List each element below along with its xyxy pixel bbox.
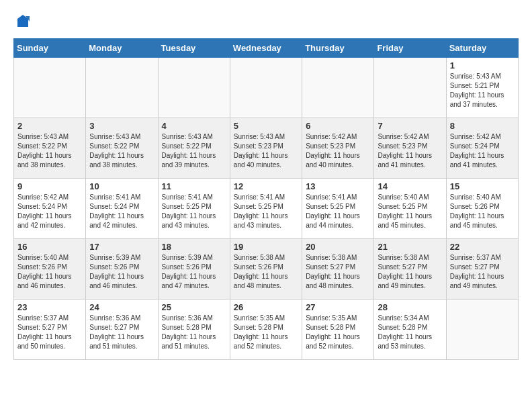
col-header-saturday: Saturday bbox=[446, 39, 518, 58]
day-number: 28 bbox=[378, 302, 442, 312]
calendar-cell: 11Sunrise: 5:41 AM Sunset: 5:25 PM Dayli… bbox=[158, 179, 230, 239]
calendar-cell: 14Sunrise: 5:40 AM Sunset: 5:25 PM Dayli… bbox=[374, 179, 446, 239]
day-number: 18 bbox=[162, 242, 226, 252]
logo bbox=[13, 13, 31, 33]
col-header-sunday: Sunday bbox=[14, 39, 86, 58]
calendar-cell: 20Sunrise: 5:38 AM Sunset: 5:27 PM Dayli… bbox=[302, 239, 374, 300]
week-row-3: 9Sunrise: 5:42 AM Sunset: 5:24 PM Daylig… bbox=[14, 179, 519, 239]
day-info: Sunrise: 5:39 AM Sunset: 5:26 PM Dayligh… bbox=[89, 253, 154, 291]
day-number: 22 bbox=[450, 242, 515, 252]
day-number: 23 bbox=[17, 302, 82, 312]
calendar-cell: 15Sunrise: 5:40 AM Sunset: 5:26 PM Dayli… bbox=[446, 179, 518, 239]
day-number: 3 bbox=[89, 121, 154, 131]
calendar-cell: 13Sunrise: 5:41 AM Sunset: 5:25 PM Dayli… bbox=[302, 179, 374, 239]
day-number: 24 bbox=[89, 302, 154, 312]
header-row: SundayMondayTuesdayWednesdayThursdayFrid… bbox=[14, 39, 519, 58]
calendar-cell: 28Sunrise: 5:34 AM Sunset: 5:28 PM Dayli… bbox=[374, 300, 446, 360]
day-number: 19 bbox=[234, 242, 298, 252]
calendar-cell: 16Sunrise: 5:40 AM Sunset: 5:26 PM Dayli… bbox=[14, 239, 86, 300]
day-info: Sunrise: 5:38 AM Sunset: 5:26 PM Dayligh… bbox=[234, 253, 298, 291]
day-info: Sunrise: 5:40 AM Sunset: 5:25 PM Dayligh… bbox=[378, 193, 442, 230]
col-header-thursday: Thursday bbox=[302, 39, 374, 58]
calendar-cell: 18Sunrise: 5:39 AM Sunset: 5:26 PM Dayli… bbox=[158, 239, 230, 300]
calendar-cell: 9Sunrise: 5:42 AM Sunset: 5:24 PM Daylig… bbox=[14, 179, 86, 239]
calendar-cell: 25Sunrise: 5:36 AM Sunset: 5:28 PM Dayli… bbox=[158, 300, 230, 360]
calendar-table: SundayMondayTuesdayWednesdayThursdayFrid… bbox=[13, 38, 519, 360]
day-number: 15 bbox=[450, 181, 515, 191]
calendar-cell: 17Sunrise: 5:39 AM Sunset: 5:26 PM Dayli… bbox=[86, 239, 158, 300]
day-number: 2 bbox=[17, 121, 82, 131]
day-number: 20 bbox=[306, 242, 370, 252]
calendar-cell: 4Sunrise: 5:43 AM Sunset: 5:22 PM Daylig… bbox=[158, 118, 230, 179]
calendar-cell bbox=[374, 58, 446, 118]
day-number: 8 bbox=[450, 121, 515, 131]
day-info: Sunrise: 5:39 AM Sunset: 5:26 PM Dayligh… bbox=[162, 253, 226, 291]
calendar-cell: 5Sunrise: 5:43 AM Sunset: 5:23 PM Daylig… bbox=[230, 118, 302, 179]
day-info: Sunrise: 5:36 AM Sunset: 5:27 PM Dayligh… bbox=[89, 314, 154, 351]
day-number: 27 bbox=[306, 302, 370, 312]
day-number: 9 bbox=[17, 181, 82, 191]
col-header-monday: Monday bbox=[86, 39, 158, 58]
calendar-cell: 12Sunrise: 5:41 AM Sunset: 5:25 PM Dayli… bbox=[230, 179, 302, 239]
day-number: 7 bbox=[378, 121, 442, 131]
calendar-cell: 24Sunrise: 5:36 AM Sunset: 5:27 PM Dayli… bbox=[86, 300, 158, 360]
calendar-cell bbox=[158, 58, 230, 118]
day-number: 16 bbox=[17, 242, 82, 252]
week-row-2: 2Sunrise: 5:43 AM Sunset: 5:22 PM Daylig… bbox=[14, 118, 519, 179]
calendar-cell: 26Sunrise: 5:35 AM Sunset: 5:28 PM Dayli… bbox=[230, 300, 302, 360]
day-number: 12 bbox=[234, 181, 298, 191]
logo-icon bbox=[15, 13, 31, 30]
day-info: Sunrise: 5:36 AM Sunset: 5:28 PM Dayligh… bbox=[162, 314, 226, 351]
calendar-cell: 8Sunrise: 5:42 AM Sunset: 5:24 PM Daylig… bbox=[446, 118, 518, 179]
day-info: Sunrise: 5:42 AM Sunset: 5:23 PM Dayligh… bbox=[378, 132, 442, 170]
day-number: 11 bbox=[162, 181, 226, 191]
calendar-cell: 7Sunrise: 5:42 AM Sunset: 5:23 PM Daylig… bbox=[374, 118, 446, 179]
col-header-tuesday: Tuesday bbox=[158, 39, 230, 58]
day-number: 14 bbox=[378, 181, 442, 191]
week-row-1: 1Sunrise: 5:43 AM Sunset: 5:21 PM Daylig… bbox=[14, 58, 519, 118]
day-info: Sunrise: 5:38 AM Sunset: 5:27 PM Dayligh… bbox=[306, 253, 370, 291]
day-info: Sunrise: 5:42 AM Sunset: 5:24 PM Dayligh… bbox=[17, 193, 82, 230]
calendar-cell bbox=[230, 58, 302, 118]
calendar-cell bbox=[86, 58, 158, 118]
calendar-cell: 27Sunrise: 5:35 AM Sunset: 5:28 PM Dayli… bbox=[302, 300, 374, 360]
day-number: 1 bbox=[450, 60, 515, 71]
day-number: 17 bbox=[89, 242, 154, 252]
day-info: Sunrise: 5:37 AM Sunset: 5:27 PM Dayligh… bbox=[17, 314, 82, 351]
calendar-cell bbox=[446, 300, 518, 360]
day-info: Sunrise: 5:41 AM Sunset: 5:25 PM Dayligh… bbox=[306, 193, 370, 230]
calendar-cell: 19Sunrise: 5:38 AM Sunset: 5:26 PM Dayli… bbox=[230, 239, 302, 300]
day-info: Sunrise: 5:43 AM Sunset: 5:22 PM Dayligh… bbox=[162, 132, 226, 170]
calendar-cell: 6Sunrise: 5:42 AM Sunset: 5:23 PM Daylig… bbox=[302, 118, 374, 179]
calendar-cell: 2Sunrise: 5:43 AM Sunset: 5:22 PM Daylig… bbox=[14, 118, 86, 179]
calendar-cell bbox=[14, 58, 86, 118]
calendar-cell: 22Sunrise: 5:37 AM Sunset: 5:27 PM Dayli… bbox=[446, 239, 518, 300]
calendar-cell: 1Sunrise: 5:43 AM Sunset: 5:21 PM Daylig… bbox=[446, 58, 518, 118]
day-info: Sunrise: 5:43 AM Sunset: 5:21 PM Dayligh… bbox=[450, 72, 515, 109]
day-number: 13 bbox=[306, 181, 370, 191]
day-info: Sunrise: 5:35 AM Sunset: 5:28 PM Dayligh… bbox=[306, 314, 370, 351]
calendar-cell bbox=[302, 58, 374, 118]
day-number: 5 bbox=[234, 121, 298, 131]
day-info: Sunrise: 5:37 AM Sunset: 5:27 PM Dayligh… bbox=[450, 253, 515, 291]
day-info: Sunrise: 5:41 AM Sunset: 5:25 PM Dayligh… bbox=[234, 193, 298, 230]
day-number: 4 bbox=[162, 121, 226, 131]
day-number: 26 bbox=[234, 302, 298, 312]
day-info: Sunrise: 5:40 AM Sunset: 5:26 PM Dayligh… bbox=[17, 253, 82, 291]
day-info: Sunrise: 5:43 AM Sunset: 5:23 PM Dayligh… bbox=[234, 132, 298, 170]
day-number: 21 bbox=[378, 242, 442, 252]
col-header-wednesday: Wednesday bbox=[230, 39, 302, 58]
calendar-cell: 3Sunrise: 5:43 AM Sunset: 5:22 PM Daylig… bbox=[86, 118, 158, 179]
week-row-4: 16Sunrise: 5:40 AM Sunset: 5:26 PM Dayli… bbox=[14, 239, 519, 300]
day-info: Sunrise: 5:34 AM Sunset: 5:28 PM Dayligh… bbox=[378, 314, 442, 351]
day-number: 6 bbox=[306, 121, 370, 131]
day-info: Sunrise: 5:41 AM Sunset: 5:24 PM Dayligh… bbox=[89, 193, 154, 230]
day-number: 10 bbox=[89, 181, 154, 191]
day-number: 25 bbox=[162, 302, 226, 312]
calendar-cell: 21Sunrise: 5:38 AM Sunset: 5:27 PM Dayli… bbox=[374, 239, 446, 300]
page-header bbox=[13, 13, 519, 33]
day-info: Sunrise: 5:35 AM Sunset: 5:28 PM Dayligh… bbox=[234, 314, 298, 351]
day-info: Sunrise: 5:43 AM Sunset: 5:22 PM Dayligh… bbox=[17, 132, 82, 170]
day-info: Sunrise: 5:40 AM Sunset: 5:26 PM Dayligh… bbox=[450, 193, 515, 230]
day-info: Sunrise: 5:43 AM Sunset: 5:22 PM Dayligh… bbox=[89, 132, 154, 170]
